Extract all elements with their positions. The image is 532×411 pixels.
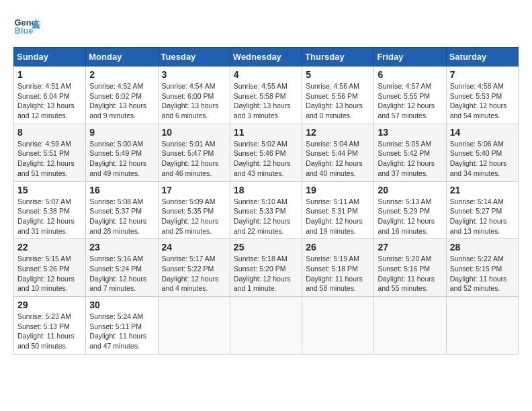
day-info: Sunrise: 5:06 AMSunset: 5:40 PMDaylight:… — [450, 139, 515, 179]
calendar-cell: 24Sunrise: 5:17 AMSunset: 5:22 PMDayligh… — [158, 239, 230, 297]
day-number: 22 — [17, 242, 82, 253]
day-info: Sunrise: 5:17 AMSunset: 5:22 PMDaylight:… — [162, 254, 226, 293]
day-number: 7 — [450, 69, 515, 80]
day-number: 1 — [17, 69, 82, 80]
calendar-cell: 8Sunrise: 4:59 AMSunset: 5:51 PMDaylight… — [14, 124, 86, 181]
calendar-cell — [374, 297, 446, 355]
calendar-week-5: 29Sunrise: 5:23 AMSunset: 5:13 PMDayligh… — [14, 297, 519, 355]
day-info: Sunrise: 5:13 AMSunset: 5:29 PMDaylight:… — [378, 197, 442, 236]
calendar-week-4: 22Sunrise: 5:15 AMSunset: 5:26 PMDayligh… — [14, 239, 519, 297]
calendar-body: 1Sunrise: 4:51 AMSunset: 6:04 PMDaylight… — [14, 66, 519, 355]
calendar-cell — [158, 297, 230, 355]
header-cell-thursday: Thursday — [302, 48, 374, 66]
day-info: Sunrise: 5:15 AMSunset: 5:26 PMDaylight:… — [17, 254, 82, 293]
day-info: Sunrise: 5:04 AMSunset: 5:44 PMDaylight:… — [306, 139, 370, 179]
day-number: 10 — [162, 127, 226, 138]
calendar-cell — [302, 297, 374, 355]
calendar-cell: 5Sunrise: 4:56 AMSunset: 5:56 PMDaylight… — [302, 66, 374, 124]
day-number: 17 — [162, 185, 226, 195]
calendar-cell: 9Sunrise: 5:00 AMSunset: 5:49 PMDaylight… — [86, 124, 158, 181]
day-info: Sunrise: 4:58 AMSunset: 5:53 PMDaylight:… — [450, 81, 515, 121]
day-number: 12 — [306, 127, 370, 138]
header-cell-saturday: Saturday — [446, 48, 518, 66]
header-row: SundayMondayTuesdayWednesdayThursdayFrid… — [14, 48, 519, 66]
day-info: Sunrise: 4:54 AMSunset: 6:00 PMDaylight:… — [162, 81, 226, 121]
day-info: Sunrise: 4:57 AMSunset: 5:55 PMDaylight:… — [378, 81, 442, 121]
day-number: 8 — [17, 127, 82, 138]
calendar-cell: 2Sunrise: 4:52 AMSunset: 6:02 PMDaylight… — [86, 66, 158, 124]
calendar-cell: 19Sunrise: 5:11 AMSunset: 5:31 PMDayligh… — [302, 181, 374, 239]
calendar-cell: 4Sunrise: 4:55 AMSunset: 5:58 PMDaylight… — [230, 66, 302, 124]
calendar-cell: 13Sunrise: 5:05 AMSunset: 5:42 PMDayligh… — [374, 124, 446, 181]
calendar-cell: 3Sunrise: 4:54 AMSunset: 6:00 PMDaylight… — [158, 66, 230, 124]
day-number: 4 — [234, 69, 298, 80]
day-number: 25 — [234, 242, 298, 253]
day-info: Sunrise: 5:09 AMSunset: 5:35 PMDaylight:… — [162, 197, 226, 236]
calendar-cell: 7Sunrise: 4:58 AMSunset: 5:53 PMDaylight… — [446, 66, 518, 124]
calendar-week-3: 15Sunrise: 5:07 AMSunset: 5:38 PMDayligh… — [14, 181, 519, 239]
calendar-cell: 1Sunrise: 4:51 AMSunset: 6:04 PMDaylight… — [14, 66, 86, 124]
day-number: 19 — [306, 185, 370, 195]
logo-icon: General Blue — [13, 13, 40, 40]
day-number: 13 — [378, 127, 442, 138]
calendar-cell: 12Sunrise: 5:04 AMSunset: 5:44 PMDayligh… — [302, 124, 374, 181]
calendar-cell: 29Sunrise: 5:23 AMSunset: 5:13 PMDayligh… — [14, 297, 86, 355]
day-number: 15 — [17, 185, 82, 195]
day-number: 14 — [450, 127, 515, 138]
day-info: Sunrise: 5:24 AMSunset: 5:11 PMDaylight:… — [89, 312, 154, 351]
calendar-cell: 20Sunrise: 5:13 AMSunset: 5:29 PMDayligh… — [374, 181, 446, 239]
day-info: Sunrise: 4:56 AMSunset: 5:56 PMDaylight:… — [306, 81, 370, 121]
calendar-cell: 28Sunrise: 5:22 AMSunset: 5:15 PMDayligh… — [446, 239, 518, 297]
header-cell-monday: Monday — [86, 48, 158, 66]
day-info: Sunrise: 5:11 AMSunset: 5:31 PMDaylight:… — [306, 197, 370, 236]
day-info: Sunrise: 5:23 AMSunset: 5:13 PMDaylight:… — [17, 312, 82, 351]
day-number: 30 — [89, 300, 154, 310]
day-info: Sunrise: 5:19 AMSunset: 5:18 PMDaylight:… — [306, 254, 370, 293]
day-info: Sunrise: 4:51 AMSunset: 6:04 PMDaylight:… — [17, 81, 82, 121]
header-cell-friday: Friday — [374, 48, 446, 66]
calendar-cell: 30Sunrise: 5:24 AMSunset: 5:11 PMDayligh… — [86, 297, 158, 355]
day-number: 20 — [378, 185, 442, 195]
day-number: 16 — [89, 185, 154, 195]
day-info: Sunrise: 5:01 AMSunset: 5:47 PMDaylight:… — [162, 139, 226, 179]
svg-text:Blue: Blue — [15, 26, 34, 36]
calendar-cell: 26Sunrise: 5:19 AMSunset: 5:18 PMDayligh… — [302, 239, 374, 297]
day-info: Sunrise: 4:59 AMSunset: 5:51 PMDaylight:… — [17, 139, 82, 179]
day-number: 11 — [234, 127, 298, 138]
calendar-week-2: 8Sunrise: 4:59 AMSunset: 5:51 PMDaylight… — [14, 124, 519, 181]
day-info: Sunrise: 5:07 AMSunset: 5:38 PMDaylight:… — [17, 197, 82, 236]
header-cell-sunday: Sunday — [14, 48, 86, 66]
day-info: Sunrise: 5:18 AMSunset: 5:20 PMDaylight:… — [234, 254, 298, 293]
calendar-cell — [230, 297, 302, 355]
day-number: 28 — [450, 242, 515, 253]
calendar-week-1: 1Sunrise: 4:51 AMSunset: 6:04 PMDaylight… — [14, 66, 519, 124]
day-number: 27 — [378, 242, 442, 253]
day-number: 9 — [89, 127, 154, 138]
calendar-cell: 27Sunrise: 5:20 AMSunset: 5:16 PMDayligh… — [374, 239, 446, 297]
day-info: Sunrise: 5:00 AMSunset: 5:49 PMDaylight:… — [89, 139, 154, 179]
day-number: 24 — [162, 242, 226, 253]
calendar-cell: 25Sunrise: 5:18 AMSunset: 5:20 PMDayligh… — [230, 239, 302, 297]
day-number: 29 — [17, 300, 82, 310]
day-info: Sunrise: 5:16 AMSunset: 5:24 PMDaylight:… — [89, 254, 154, 293]
header-cell-tuesday: Tuesday — [158, 48, 230, 66]
day-info: Sunrise: 5:20 AMSunset: 5:16 PMDaylight:… — [378, 254, 442, 293]
day-info: Sunrise: 5:02 AMSunset: 5:46 PMDaylight:… — [234, 139, 298, 179]
day-number: 2 — [89, 69, 154, 80]
day-number: 18 — [234, 185, 298, 195]
day-number: 5 — [306, 69, 370, 80]
calendar-cell: 22Sunrise: 5:15 AMSunset: 5:26 PMDayligh… — [14, 239, 86, 297]
calendar-cell: 21Sunrise: 5:14 AMSunset: 5:27 PMDayligh… — [446, 181, 518, 239]
calendar-cell: 11Sunrise: 5:02 AMSunset: 5:46 PMDayligh… — [230, 124, 302, 181]
calendar-cell: 6Sunrise: 4:57 AMSunset: 5:55 PMDaylight… — [374, 66, 446, 124]
calendar-cell: 15Sunrise: 5:07 AMSunset: 5:38 PMDayligh… — [14, 181, 86, 239]
page-header: General Blue — [13, 13, 519, 40]
calendar-cell: 10Sunrise: 5:01 AMSunset: 5:47 PMDayligh… — [158, 124, 230, 181]
day-number: 23 — [89, 242, 154, 253]
day-info: Sunrise: 5:08 AMSunset: 5:37 PMDaylight:… — [89, 197, 154, 236]
day-info: Sunrise: 5:22 AMSunset: 5:15 PMDaylight:… — [450, 254, 515, 293]
day-number: 3 — [162, 69, 226, 80]
day-info: Sunrise: 5:10 AMSunset: 5:33 PMDaylight:… — [234, 197, 298, 236]
calendar-cell: 23Sunrise: 5:16 AMSunset: 5:24 PMDayligh… — [86, 239, 158, 297]
day-number: 26 — [306, 242, 370, 253]
